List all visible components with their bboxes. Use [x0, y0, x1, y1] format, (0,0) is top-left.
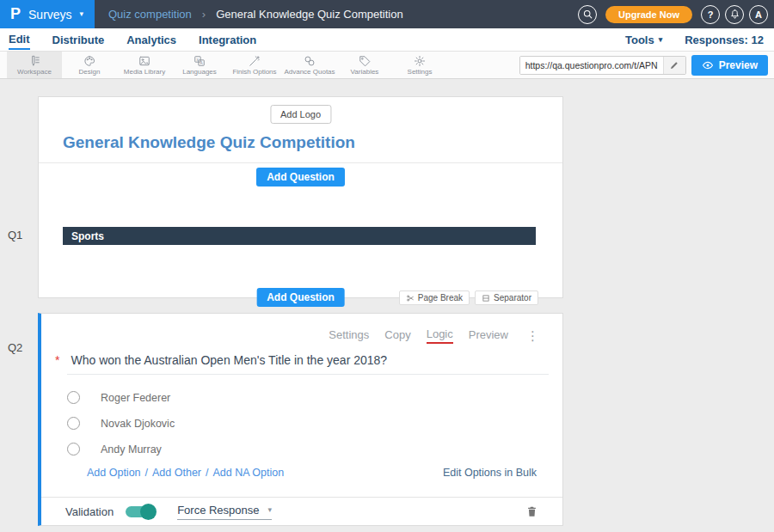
edit-url-button[interactable]: [663, 57, 685, 74]
edit-options-in-bulk-link[interactable]: Edit Options in Bulk: [443, 467, 537, 479]
add-logo-button[interactable]: Add Logo: [270, 105, 331, 124]
answer-option-row: Andy Murray: [67, 443, 162, 456]
upgrade-now-button[interactable]: Upgrade Now: [605, 6, 692, 23]
tool-languages[interactable]: xA Languages: [172, 52, 227, 78]
page-break-button[interactable]: Page Break: [399, 290, 470, 305]
separator-button[interactable]: Separator: [475, 290, 538, 305]
separator-label: Separator: [494, 293, 531, 303]
question-preview-link[interactable]: Preview: [469, 328, 508, 343]
tools-menu[interactable]: Tools ▾: [625, 34, 662, 46]
required-marker: *: [55, 353, 59, 367]
validation-type-value: Force Response: [177, 504, 259, 517]
tool-label: Languages: [182, 68, 217, 76]
tab-integration[interactable]: Integration: [199, 30, 256, 49]
questionpro-logo: P: [10, 5, 21, 23]
separator-icon: [482, 294, 490, 303]
option-label[interactable]: Novak Djokovic: [101, 418, 175, 430]
tool-media-library[interactable]: Media Library: [117, 52, 172, 78]
toggle-knob: [140, 504, 157, 520]
top-header: P Surveys ▾ Quiz competition › General K…: [0, 0, 774, 28]
preview-button[interactable]: Preview: [691, 55, 768, 76]
question-actions: Settings Copy Logic Preview ⋮: [329, 327, 542, 344]
surveys-menu[interactable]: P Surveys ▾: [0, 0, 95, 28]
responses-count[interactable]: Responses: 12: [685, 34, 764, 46]
add-option-link[interactable]: Add Option: [87, 467, 141, 479]
option-label[interactable]: Andy Murray: [101, 443, 162, 456]
answer-option-row: Novak Djokovic: [67, 417, 175, 430]
preview-label: Preview: [719, 59, 758, 71]
tab-edit[interactable]: Edit: [9, 29, 30, 50]
help-button[interactable]: ?: [701, 5, 720, 24]
tab-analytics[interactable]: Analytics: [126, 30, 176, 49]
survey-subnav: Edit Distribute Analytics Integration To…: [0, 28, 774, 52]
tool-finish-options[interactable]: Finish Options: [227, 52, 282, 78]
link-separator: /: [206, 467, 208, 479]
option-links-row: Add Option / Add Other / Add NA Option E…: [87, 467, 537, 479]
magic-wand-icon: [249, 55, 261, 67]
chain-links-icon: [304, 55, 316, 67]
tab-distribute[interactable]: Distribute: [52, 30, 105, 49]
pencil-icon: [669, 60, 679, 70]
page-break-label: Page Break: [418, 293, 463, 303]
tools-label: Tools: [625, 34, 654, 46]
add-na-option-link[interactable]: Add NA Option: [213, 467, 285, 479]
survey-url-group: [519, 56, 686, 75]
tool-label: Design: [79, 68, 101, 76]
palette-icon: [83, 55, 95, 67]
breadcrumb-separator-icon: ›: [202, 8, 206, 21]
tag-icon: [359, 55, 371, 67]
add-question-row: Add Question: [39, 168, 562, 187]
tool-settings[interactable]: Settings: [392, 52, 447, 78]
eye-icon: [702, 59, 714, 71]
caret-down-icon: ▾: [659, 36, 663, 44]
question-settings-link[interactable]: Settings: [329, 328, 369, 343]
breadcrumb-parent[interactable]: Quiz competition: [108, 8, 192, 21]
scissors-icon: [406, 294, 415, 303]
tool-advance-quotas[interactable]: Advance Quotas: [282, 52, 337, 78]
notifications-button[interactable]: [725, 5, 744, 24]
avatar[interactable]: A: [749, 5, 768, 24]
question-footer: Validation Force Response ▾: [41, 497, 562, 525]
option-label[interactable]: Roger Federer: [101, 392, 170, 404]
question-block-sports[interactable]: Sports: [63, 227, 536, 245]
radio-button[interactable]: [67, 443, 80, 456]
toolbar-right: Preview: [519, 52, 774, 78]
link-separator: /: [145, 467, 148, 479]
image-icon: [138, 55, 150, 67]
survey-title[interactable]: General Knowledge Quiz Competition: [63, 133, 355, 152]
add-question-button[interactable]: Add Question: [256, 288, 345, 307]
tool-workspace[interactable]: Workspace: [7, 52, 62, 78]
subnav-right: Tools ▾ Responses: 12: [625, 34, 765, 46]
breadcrumb: Quiz competition › General Knowledge Qui…: [108, 8, 403, 21]
validation-toggle[interactable]: [126, 506, 155, 517]
insert-controls: Page Break Separator: [399, 290, 538, 305]
question-logic-link[interactable]: Logic: [427, 327, 453, 344]
tool-label: Finish Options: [232, 68, 276, 76]
add-question-button[interactable]: Add Question: [256, 168, 345, 187]
question-input-underline: [67, 374, 549, 375]
answer-option-row: Roger Federer: [67, 391, 170, 404]
header-actions: Upgrade Now ? A: [578, 5, 774, 24]
block-title: Sports: [71, 230, 104, 242]
radio-button[interactable]: [67, 391, 80, 404]
question-number-q2: Q2: [8, 341, 22, 354]
radio-button[interactable]: [67, 417, 80, 430]
validation-type-dropdown[interactable]: Force Response ▾: [177, 504, 272, 520]
gear-icon: [414, 55, 426, 67]
validation-label: Validation: [65, 505, 114, 518]
search-button[interactable]: [578, 5, 597, 24]
tool-design[interactable]: Design: [62, 52, 117, 78]
add-other-link[interactable]: Add Other: [152, 467, 201, 479]
question-copy-link[interactable]: Copy: [384, 328, 410, 343]
breadcrumb-current: General Knowledge Quiz Competition: [216, 8, 403, 21]
tool-variables[interactable]: Variables: [337, 52, 392, 78]
caret-down-icon: ▾: [80, 10, 84, 18]
bell-icon: [729, 9, 740, 20]
delete-question-button[interactable]: [525, 504, 538, 518]
more-options-icon[interactable]: ⋮: [524, 328, 542, 344]
question-text[interactable]: Who won the Australian Open Men's Title …: [71, 353, 387, 367]
survey-url-input[interactable]: [520, 57, 663, 74]
add-option-links: Add Option / Add Other / Add NA Option: [87, 467, 284, 479]
question-text-row: * Who won the Australian Open Men's Titl…: [55, 353, 549, 367]
search-icon: [582, 9, 593, 20]
